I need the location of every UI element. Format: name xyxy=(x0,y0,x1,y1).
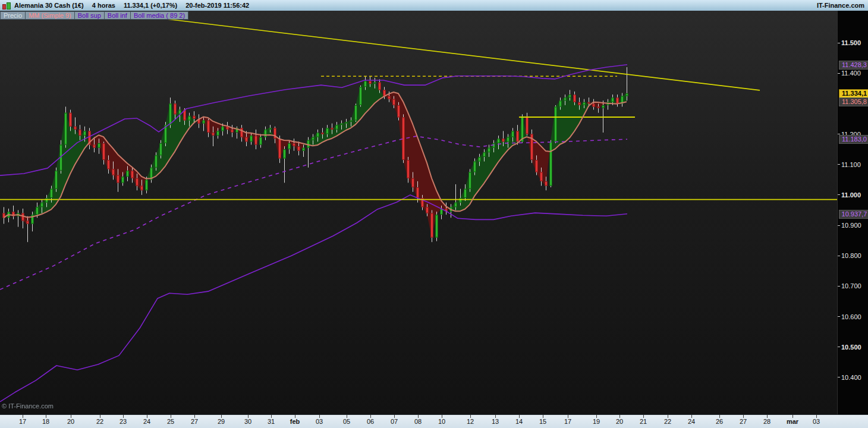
x-tick-label: 27 xyxy=(740,418,747,425)
y-tick-label: 10.900 xyxy=(838,222,868,229)
x-tick-label: mar xyxy=(787,418,798,425)
x-tick-label: 20 xyxy=(67,418,74,425)
indicator-legend: PrecioMM (Simple 9)Boll supBoll infBoll … xyxy=(0,11,188,20)
y-tick-label: 11.500 xyxy=(838,39,868,46)
x-tick-label: 18 xyxy=(42,418,49,425)
x-tick-label: 25 xyxy=(167,418,174,425)
y-tick-label: 11.000 xyxy=(838,191,868,199)
copyright-label: © IT-Finance.com xyxy=(2,402,54,410)
chart-window: Alemania 30 Cash (1€) 4 horas 11.334,1 (… xyxy=(0,0,868,428)
candlestick-icon xyxy=(2,2,11,10)
x-tick-label: 24 xyxy=(688,418,695,425)
x-tick-label: 22 xyxy=(664,418,671,425)
mm-badge: 11.305,8 xyxy=(839,97,868,106)
boll-inf-badge: 10.937,7 xyxy=(839,210,868,219)
x-tick-label: 21 xyxy=(640,418,647,425)
x-tick-label: 13 xyxy=(492,418,499,425)
x-tick-label: 29 xyxy=(218,418,225,425)
legend-item-boll-inf[interactable]: Boll inf xyxy=(105,11,131,20)
y-tick-label: 10.600 xyxy=(838,313,868,320)
legend-item-boll-sup[interactable]: Boll sup xyxy=(75,11,105,20)
header-bar: Alemania 30 Cash (1€) 4 horas 11.334,1 (… xyxy=(0,0,868,11)
price-axis[interactable]: 11.50011.40011.20011.10011.00010.90010.8… xyxy=(837,11,868,414)
x-tick-label: 12 xyxy=(467,418,474,425)
boll-media-badge: 11.183,0 xyxy=(839,135,868,144)
x-tick-label: 05 xyxy=(343,418,350,425)
x-tick-label: 03 xyxy=(813,418,820,425)
price-chart-canvas[interactable] xyxy=(0,11,837,414)
x-tick-label: 31 xyxy=(268,418,275,425)
brand-label: IT-Finance.com xyxy=(817,2,864,9)
x-tick-label: 27 xyxy=(191,418,198,425)
x-tick-label: 19 xyxy=(593,418,600,425)
legend-item-mm-simple-9[interactable]: MM (Simple 9) xyxy=(26,11,75,20)
y-tick-label: 11.400 xyxy=(838,70,868,77)
boll-sup-badge: 11.428,3 xyxy=(839,61,868,70)
timeframe-label: 4 horas xyxy=(92,2,115,9)
legend-item-boll-media-89-2[interactable]: Boll media ( 89 2) xyxy=(131,11,188,20)
x-tick-label: 23 xyxy=(119,418,127,425)
y-tick-label: 10.800 xyxy=(838,252,868,259)
y-tick-label: 10.700 xyxy=(838,282,868,289)
instrument-title: Alemania 30 Cash (1€) xyxy=(14,2,84,9)
x-tick-label: 26 xyxy=(716,418,723,425)
x-tick-label: 30 xyxy=(244,418,251,425)
x-tick-label: feb xyxy=(290,418,300,425)
datetime-label: 20-feb-2019 11:56:42 xyxy=(185,2,249,9)
change-pct-label: (+0,17%) xyxy=(150,2,177,9)
chart-plot[interactable]: PrecioMM (Simple 9)Boll supBoll infBoll … xyxy=(0,11,837,414)
time-axis[interactable]: 1718202223242527293031feb030506070810121… xyxy=(0,414,868,428)
x-tick-label: 14 xyxy=(515,418,523,425)
x-tick-label: 07 xyxy=(391,418,398,425)
x-tick-label: 17 xyxy=(19,418,26,425)
x-tick-label: 08 xyxy=(414,418,422,425)
x-tick-label: 06 xyxy=(367,418,374,425)
x-tick-label: 22 xyxy=(96,418,103,425)
y-tick-label: 10.400 xyxy=(838,374,868,381)
x-tick-label: 24 xyxy=(143,418,150,425)
last-price-badge: 11.334,1 xyxy=(839,89,868,98)
x-tick-label: 03 xyxy=(316,418,323,425)
legend-item-precio[interactable]: Precio xyxy=(0,11,26,20)
last-price-label: 11.334,1 (+0,17%) xyxy=(124,2,177,9)
y-tick-label: 10.500 xyxy=(838,344,868,351)
x-tick-label: 10 xyxy=(438,418,445,425)
x-tick-label: 28 xyxy=(763,418,770,425)
x-tick-label: 17 xyxy=(564,418,571,425)
x-tick-label: 20 xyxy=(616,418,623,425)
y-tick-label: 11.100 xyxy=(838,161,868,168)
x-tick-label: 15 xyxy=(539,418,546,425)
